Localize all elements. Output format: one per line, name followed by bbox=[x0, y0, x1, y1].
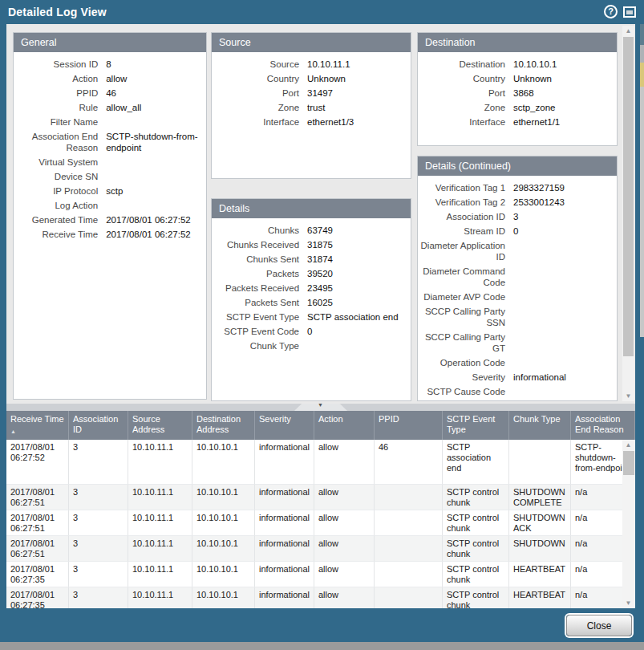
field-chunks-received: Chunks Received31875 bbox=[212, 239, 411, 250]
column-header-destination-address[interactable]: Destination Address bbox=[192, 411, 255, 440]
scroll-down-icon[interactable]: ▼ bbox=[622, 391, 634, 401]
cell-severity: informational bbox=[255, 440, 314, 485]
cell-action: allow bbox=[314, 536, 375, 562]
cell-association-id: 3 bbox=[69, 440, 128, 485]
log-table: Receive Time▲Association IDSource Addres… bbox=[6, 411, 635, 610]
column-header-chunk-type[interactable]: Chunk Type bbox=[509, 411, 571, 440]
cell-destination-address: 10.10.10.1 bbox=[192, 440, 255, 485]
field-verification-tag-1: Verification Tag 12983327159 bbox=[418, 182, 617, 193]
field-value: 0 bbox=[307, 326, 411, 337]
column-header-association-end-reason[interactable]: Association End Reason bbox=[571, 411, 635, 440]
field-zone: Zonetrust bbox=[212, 102, 411, 113]
field-value bbox=[513, 306, 617, 328]
cell-receive-time: 2017/08/01 06:27:51 bbox=[6, 510, 69, 536]
field-label: Association ID bbox=[418, 211, 513, 222]
field-diameter-command-code: Diameter Command Code bbox=[418, 266, 617, 288]
field-association-id: Association ID3 bbox=[418, 211, 617, 222]
field-sctp-cause-code: SCTP Cause Code bbox=[418, 386, 617, 397]
cell-ppid bbox=[375, 587, 443, 610]
field-label: Destination bbox=[418, 59, 513, 70]
field-label: Operation Code bbox=[418, 357, 513, 368]
column-header-ppid[interactable]: PPID bbox=[375, 411, 443, 440]
field-association-end-reason: Association End ReasonSCTP-shutdown-from… bbox=[14, 131, 206, 153]
field-label: SCCP Calling Party SSN bbox=[418, 306, 513, 328]
log-row[interactable]: 2017/08/01 06:27:51310.10.11.110.10.10.1… bbox=[6, 536, 635, 562]
cell-association-id: 3 bbox=[69, 587, 128, 610]
log-row[interactable]: 2017/08/01 06:27:51310.10.11.110.10.10.1… bbox=[6, 510, 635, 536]
column-header-label: Source Address bbox=[132, 414, 164, 434]
log-row[interactable]: 2017/08/01 06:27:35310.10.11.110.10.10.1… bbox=[6, 562, 635, 587]
field-label: Chunks Received bbox=[212, 239, 307, 250]
field-virtual-system: Virtual System bbox=[14, 156, 206, 168]
close-button[interactable]: Close bbox=[566, 615, 632, 636]
field-value: informational bbox=[513, 372, 617, 383]
cell-source-address: 10.10.11.1 bbox=[128, 485, 192, 510]
column-header-source-address[interactable]: Source Address bbox=[128, 411, 192, 440]
detailed-log-view-dialog: Detailed Log View ? General Session ID8A… bbox=[0, 0, 644, 650]
field-destination: Destination10.10.10.1 bbox=[418, 59, 617, 70]
column-header-action[interactable]: Action bbox=[314, 411, 375, 440]
field-verification-tag-2: Verification Tag 22533001243 bbox=[418, 197, 617, 208]
field-diameter-avp-code: Diameter AVP Code bbox=[418, 291, 617, 303]
field-value: 2533001243 bbox=[513, 197, 617, 208]
field-packets-sent: Packets Sent16025 bbox=[212, 297, 411, 308]
cell-action: allow bbox=[314, 562, 375, 587]
upper-scrollbar[interactable]: ▲ ▼ bbox=[622, 26, 634, 401]
help-icon[interactable]: ? bbox=[604, 5, 618, 18]
field-rule: Ruleallow_all bbox=[14, 102, 206, 113]
log-row[interactable]: 2017/08/01 06:27:52310.10.11.110.10.10.1… bbox=[6, 440, 635, 485]
field-label: Diameter AVP Code bbox=[418, 291, 513, 303]
scroll-down-icon[interactable]: ▼ bbox=[622, 598, 634, 608]
log-row[interactable]: 2017/08/01 06:27:35310.10.11.110.10.10.1… bbox=[6, 587, 635, 610]
field-value: 63749 bbox=[307, 225, 411, 236]
cell-chunk-type: SHUTDOWN bbox=[509, 536, 571, 562]
field-label: Device SN bbox=[14, 171, 106, 182]
field-session-id: Session ID8 bbox=[14, 59, 206, 70]
field-label: Action bbox=[14, 73, 106, 84]
splitter-handle[interactable]: ▼ bbox=[294, 404, 347, 411]
cell-source-address: 10.10.11.1 bbox=[128, 562, 192, 587]
scrollbar-thumb[interactable] bbox=[623, 37, 634, 356]
field-generated-time: Generated Time2017/08/01 06:27:52 bbox=[14, 214, 206, 225]
cell-sctp-event-type: SCTP control chunk bbox=[443, 587, 509, 610]
field-label: Chunks Sent bbox=[212, 254, 307, 265]
field-value: 2017/08/01 06:27:52 bbox=[106, 229, 206, 240]
maximize-icon[interactable] bbox=[623, 6, 636, 18]
cell-source-address: 10.10.11.1 bbox=[128, 510, 192, 536]
field-value bbox=[513, 266, 617, 288]
column-header-severity[interactable]: Severity bbox=[255, 411, 314, 440]
dialog-title: Detailed Log View bbox=[8, 0, 107, 24]
table-scrollbar[interactable]: ▲ ▼ bbox=[622, 440, 635, 608]
column-header-sctp-event-type[interactable]: SCTP Event Type bbox=[443, 411, 509, 440]
field-label: SCCP Calling Party GT bbox=[418, 331, 513, 354]
field-value: 10.10.10.1 bbox=[513, 59, 617, 70]
column-header-association-id[interactable]: Association ID bbox=[69, 411, 128, 440]
log-row[interactable]: 2017/08/01 06:27:51310.10.11.110.10.10.1… bbox=[6, 485, 635, 510]
column-header-label: Chunk Type bbox=[513, 414, 561, 424]
field-chunk-type: Chunk Type bbox=[212, 340, 411, 351]
column-header-label: SCTP Event Type bbox=[447, 414, 495, 434]
panel-general-title: General bbox=[14, 33, 206, 52]
scroll-up-icon[interactable]: ▲ bbox=[622, 440, 634, 450]
field-zone: Zonesctp_zone bbox=[418, 102, 617, 113]
field-chunks-sent: Chunks Sent31874 bbox=[212, 254, 411, 265]
field-value: Unknown bbox=[307, 73, 411, 84]
field-country: CountryUnknown bbox=[212, 73, 411, 84]
column-header-label: Association End Reason bbox=[575, 414, 624, 434]
field-label: Diameter Command Code bbox=[418, 266, 513, 288]
field-label: SCTP Cause Code bbox=[418, 386, 513, 397]
scroll-up-icon[interactable]: ▲ bbox=[622, 26, 634, 36]
detail-panels-area: General Session ID8ActionallowPPID46Rule… bbox=[6, 24, 635, 404]
panel-source-body: Source10.10.11.1CountryUnknownPort31497Z… bbox=[212, 52, 411, 178]
sort-asc-icon: ▲ bbox=[10, 426, 64, 437]
scrollbar-thumb[interactable] bbox=[623, 451, 634, 475]
field-device-sn: Device SN bbox=[14, 171, 206, 182]
panel-general: General Session ID8ActionallowPPID46Rule… bbox=[13, 32, 207, 400]
panel-destination: Destination Destination10.10.10.1Country… bbox=[417, 32, 618, 146]
column-header-receive-time[interactable]: Receive Time▲ bbox=[6, 411, 69, 440]
field-value bbox=[307, 340, 411, 351]
field-sctp-event-type: SCTP Event TypeSCTP association end bbox=[212, 311, 411, 323]
column-header-label: Association ID bbox=[73, 414, 118, 434]
cell-ppid bbox=[375, 510, 443, 536]
field-interface: Interfaceethernet1/3 bbox=[212, 116, 411, 128]
